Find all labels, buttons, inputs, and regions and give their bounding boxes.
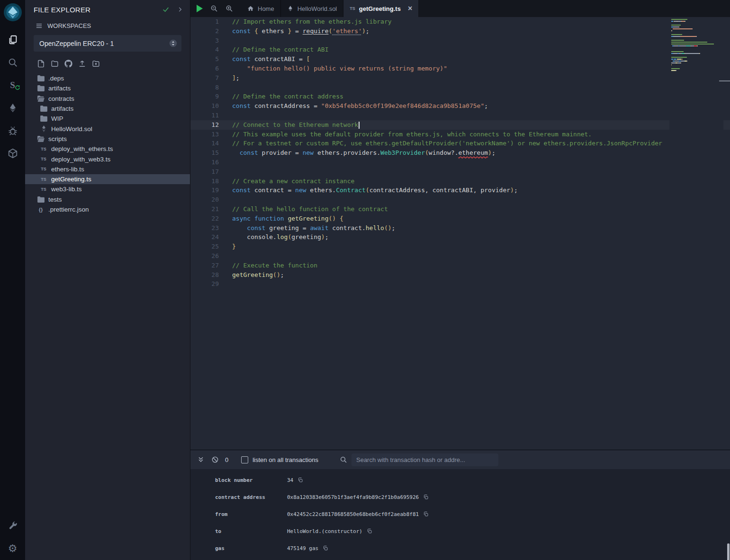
settings-gear-icon[interactable]: ⚙ — [0, 537, 25, 560]
line-number: 23 — [190, 223, 219, 233]
code-line[interactable]: 15 const provider = new ethers.providers… — [190, 148, 730, 158]
code-line[interactable]: 20 — [190, 195, 730, 204]
activity-bar: S ⚙ — [0, 0, 25, 560]
deploy-run-icon[interactable] — [0, 97, 25, 119]
new-folder-icon[interactable] — [51, 60, 59, 68]
code-line[interactable]: 26 — [190, 251, 730, 261]
code-editor[interactable]: 1// Import ethers from the ethers.js lib… — [190, 17, 730, 450]
file-item-deploy_with_web3.ts[interactable]: TSdeploy_with_web3.ts — [25, 154, 190, 164]
line-number: 9 — [190, 92, 219, 101]
sol-icon — [40, 125, 47, 132]
collapse-panel-chevron-icon[interactable] — [177, 6, 183, 13]
code-line[interactable]: 16 — [190, 158, 730, 167]
code-line[interactable]: 12// Connect to the Ethereum network — [190, 120, 730, 130]
file-item-getGreeting.ts[interactable]: TSgetGreeting.ts — [25, 174, 190, 184]
line-number: 25 — [190, 242, 219, 251]
file-item-contracts[interactable]: contracts — [25, 94, 190, 104]
terminal-prompt[interactable]: > — [190, 558, 730, 560]
copy-icon[interactable] — [423, 511, 429, 517]
editor-scrollbar[interactable] — [723, 17, 730, 450]
code-line[interactable]: 4// Define the contract ABI — [190, 45, 730, 54]
code-line[interactable]: 2const { ethers } = require('ethers'); — [190, 27, 730, 36]
code-line[interactable]: 14// For a testnet or custom RPC, use et… — [190, 139, 730, 148]
solidity-compiler-icon[interactable]: S — [0, 74, 25, 97]
clear-console-icon[interactable] — [211, 456, 219, 463]
zoom-out-icon[interactable] — [210, 5, 218, 12]
expand-terminal-icon[interactable] — [197, 456, 205, 463]
panel-header: FILE EXPLORER — [25, 0, 190, 19]
code-line[interactable]: 10const contractAddress = "0xb54febb5c0c… — [190, 101, 730, 111]
search-icon[interactable] — [0, 51, 25, 74]
listen-transactions-checkbox[interactable] — [241, 456, 248, 463]
code-line[interactable]: 7]; — [190, 73, 730, 83]
file-item-HelloWorld.sol[interactable]: HelloWorld.sol — [25, 124, 190, 133]
line-number: 4 — [190, 45, 219, 54]
copy-icon[interactable] — [367, 528, 372, 534]
file-item-web3-lib.ts[interactable]: TSweb3-lib.ts — [25, 184, 190, 194]
minimap[interactable] — [669, 17, 723, 450]
home-icon — [247, 5, 254, 12]
file-item-deploy_with_ethers.ts[interactable]: TSdeploy_with_ethers.ts — [25, 144, 190, 154]
workspace-select[interactable]: OpenZeppelin ERC20 - 1 — [34, 35, 181, 52]
line-number: 17 — [190, 167, 219, 177]
tab-Home[interactable]: Home — [241, 0, 281, 17]
line-number: 28 — [190, 270, 219, 280]
folder-open-icon — [37, 96, 45, 102]
hamburger-menu-icon[interactable] — [36, 22, 43, 29]
zoom-in-icon[interactable] — [225, 5, 233, 12]
tx-detail-label: contract address — [190, 494, 287, 500]
file-item-artifacts[interactable]: artifacts — [25, 104, 190, 114]
file-item-scripts[interactable]: scripts — [25, 134, 190, 144]
code-line[interactable]: 25} — [190, 242, 730, 251]
file-explorer-icon[interactable] — [0, 28, 25, 51]
code-line[interactable]: 6 "function hello() public view returns … — [190, 64, 730, 73]
code-line[interactable]: 11 — [190, 111, 730, 120]
file-item-.prettierrc.json[interactable]: {}.prettierrc.json — [25, 204, 190, 214]
terminal-search-input[interactable] — [351, 453, 498, 466]
file-item-artifacts[interactable]: artifacts — [25, 83, 190, 93]
copy-icon[interactable] — [323, 545, 328, 551]
line-number: 16 — [190, 158, 219, 167]
code-line[interactable]: 17 — [190, 167, 730, 177]
copy-icon[interactable] — [423, 494, 429, 500]
terminal-search-icon — [340, 456, 347, 463]
code-line[interactable]: 28getGreeting(); — [190, 270, 730, 280]
workspaces-row: WORKSPACES — [25, 19, 190, 32]
code-line[interactable]: 27// Execute the function — [190, 261, 730, 270]
plugins-icon[interactable] — [0, 142, 25, 165]
ts-icon: TS — [40, 157, 47, 161]
close-tab-icon[interactable]: × — [408, 5, 412, 12]
tab-HelloWorld.sol[interactable]: HelloWorld.sol — [281, 0, 344, 17]
code-line[interactable]: 29 — [190, 279, 730, 289]
code-line[interactable]: 18// Create a new contract instance — [190, 177, 730, 186]
code-line[interactable]: 8 — [190, 83, 730, 92]
code-line[interactable]: 23 const greeting = await contract.hello… — [190, 223, 730, 233]
file-item-WIP[interactable]: WIP — [25, 114, 190, 124]
upload-folder-icon[interactable] — [92, 60, 100, 68]
code-line[interactable]: 21// Call the hello function of the cont… — [190, 204, 730, 214]
file-item-ethers-lib.ts[interactable]: TSethers-lib.ts — [25, 164, 190, 174]
upload-file-icon[interactable] — [78, 60, 86, 68]
transaction-count: 0 — [225, 456, 228, 463]
code-line[interactable]: 5const contractABI = [ — [190, 54, 730, 64]
tab-getGreeting.ts[interactable]: TSgetGreeting.ts× — [343, 0, 419, 17]
code-line[interactable]: 19const contract = new ethers.Contract(c… — [190, 186, 730, 195]
remix-logo-icon[interactable] — [3, 3, 22, 22]
code-line[interactable]: 13// This example uses the default provi… — [190, 130, 730, 139]
file-item-.deps[interactable]: .deps — [25, 73, 190, 83]
plugin-manager-icon[interactable] — [0, 515, 25, 537]
file-item-tests[interactable]: tests — [25, 195, 190, 204]
code-line[interactable]: 1// Import ethers from the ethers.js lib… — [190, 17, 730, 27]
code-line[interactable]: 22async function getGreeting() { — [190, 214, 730, 223]
clone-github-icon[interactable] — [64, 60, 72, 68]
code-line[interactable]: 9// Define the contract address — [190, 92, 730, 101]
run-script-icon[interactable] — [197, 5, 203, 12]
file-name: contracts — [48, 95, 74, 102]
debugger-icon[interactable] — [0, 119, 25, 142]
new-file-icon[interactable] — [37, 60, 45, 68]
code-line[interactable]: 3 — [190, 36, 730, 45]
terminal-scrollbar-thumb[interactable] — [727, 543, 730, 560]
code-line[interactable]: 24 console.log(greeting); — [190, 232, 730, 242]
line-number: 14 — [190, 139, 219, 148]
copy-icon[interactable] — [297, 477, 303, 483]
